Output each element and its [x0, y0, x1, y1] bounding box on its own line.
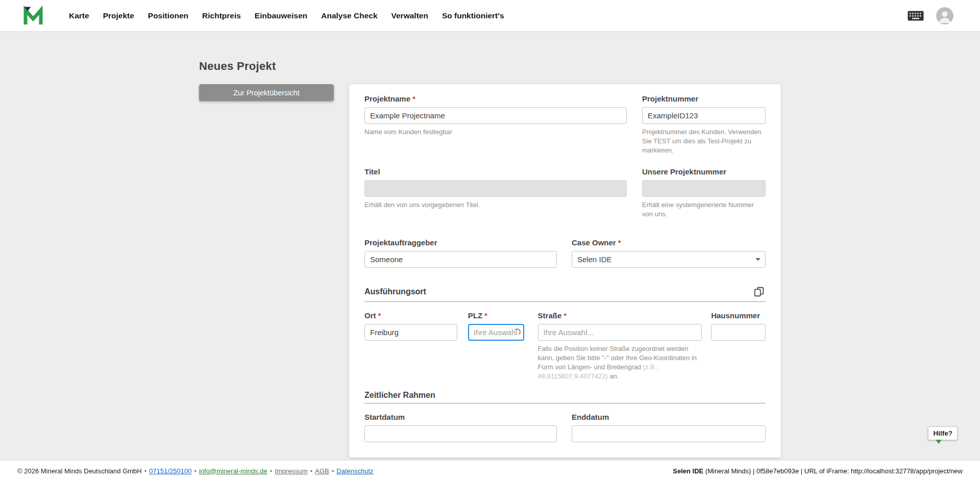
main-nav: Karte Projekte Positionen Richtpreis Ein…	[69, 11, 504, 20]
label-text: Ort	[364, 311, 376, 320]
titel-input	[364, 180, 627, 197]
required-asterisk: *	[412, 94, 415, 103]
projektauftraggeber-label: Projektauftraggeber	[364, 238, 557, 247]
new-project-form-card: Projektname* Name vom Kunden festlegbar …	[349, 84, 781, 458]
plz-label: PLZ*	[468, 311, 524, 320]
footer: © 2026 Mineral Minds Deutschland GmbH • …	[0, 461, 980, 481]
projektauftraggeber-input[interactable]	[364, 251, 557, 268]
enddatum-input[interactable]	[572, 425, 766, 442]
separator-dot: •	[270, 467, 273, 475]
case-owner-label: Case Owner*	[572, 238, 766, 247]
label-text: Enddatum	[572, 413, 609, 421]
main-content: Neues Projekt Zur Projektübersicht Proje…	[0, 31, 980, 461]
projektname-helper: Name vom Kunden festlegbar	[364, 128, 627, 137]
nav-item-karte[interactable]: Karte	[69, 11, 89, 20]
separator-dot: •	[310, 467, 313, 475]
select-value: Selen IDE	[577, 255, 612, 264]
nav-item-verwalten[interactable]: Verwalten	[391, 11, 428, 20]
label-text: Projektauftraggeber	[364, 238, 437, 247]
session-user: Selen IDE	[673, 467, 703, 475]
separator-dot: •	[332, 467, 334, 475]
agb-link[interactable]: AGB	[315, 467, 329, 475]
label-text: Projektname	[364, 94, 410, 103]
nav-right-actions	[908, 7, 953, 24]
mineral-minds-logo-icon[interactable]	[23, 6, 43, 26]
user-avatar-icon[interactable]	[936, 7, 953, 24]
projektname-input[interactable]	[364, 107, 627, 124]
help-label: Hilfe?	[933, 429, 952, 437]
required-asterisk: *	[618, 238, 621, 247]
label-text: Startdatum	[364, 413, 405, 421]
chevron-down-icon	[755, 258, 761, 261]
label-text: Titel	[364, 167, 380, 176]
unsere-projektnummer-helper: Erhält eine systemgenerierte Nummer von …	[642, 200, 766, 219]
footer-links: © 2026 Mineral Minds Deutschland GmbH • …	[17, 467, 374, 475]
nav-item-projekte[interactable]: Projekte	[103, 11, 134, 20]
session-info: Selen IDE (Mineral Minds) | 0f58e7eb093e…	[673, 467, 963, 475]
ort-label: Ort*	[364, 311, 457, 320]
copyright-text: © 2026 Mineral Minds Deutschland GmbH	[17, 467, 142, 475]
label-text: Case Owner	[572, 238, 616, 247]
nav-item-analyse-check[interactable]: Analyse Check	[321, 11, 377, 20]
label-text: Unsere Projektnummer	[642, 167, 726, 176]
page-title: Neues Projekt	[199, 60, 781, 73]
label-text: Hausnummer	[711, 311, 760, 320]
nav-item-richtpreis[interactable]: Richtpreis	[202, 11, 241, 20]
help-bubble-tail-icon	[936, 440, 942, 444]
label-text: Projektnummer	[642, 94, 698, 103]
separator-dot: •	[144, 467, 147, 475]
enddatum-label: Enddatum	[572, 413, 766, 422]
datenschutz-link[interactable]: Datenschutz	[336, 467, 373, 475]
startdatum-label: Startdatum	[364, 413, 557, 422]
projektnummer-helper: Projektnummer des Kunden. Verwenden Sie …	[642, 128, 766, 155]
separator-dot: •	[194, 467, 197, 475]
ort-input[interactable]	[364, 324, 457, 341]
projektnummer-label: Projektnummer	[642, 94, 766, 104]
section-divider	[364, 301, 766, 302]
hausnummer-label: Hausnummer	[711, 311, 766, 320]
label-text: Straße	[538, 311, 562, 320]
required-asterisk: *	[564, 311, 567, 320]
help-button[interactable]: Hilfe?	[928, 426, 958, 440]
section-title-ausfuehrungsort: Ausführungsort	[364, 287, 426, 296]
session-details: (Mineral Minds) | 0f58e7eb093e | URL of …	[703, 467, 963, 475]
nav-item-positionen[interactable]: Positionen	[148, 11, 188, 20]
back-to-project-overview-button[interactable]: Zur Projektübersicht	[199, 84, 334, 101]
startdatum-input[interactable]	[364, 425, 557, 442]
label-text: PLZ	[468, 311, 482, 320]
unsere-projektnummer-input	[642, 180, 766, 197]
top-navigation: Karte Projekte Positionen Richtpreis Ein…	[0, 0, 980, 31]
phone-link[interactable]: 07151/250100	[149, 467, 191, 475]
strasse-helper: Falls die Position keiner Straße zugeord…	[538, 344, 702, 381]
impressum-link[interactable]: Impressum	[275, 467, 307, 475]
titel-label: Titel	[364, 167, 627, 176]
strasse-label: Straße*	[538, 311, 702, 320]
required-asterisk: *	[484, 311, 487, 320]
section-divider	[364, 403, 766, 403]
titel-helper: Erhält den von uns vorgegebenen Titel.	[364, 200, 627, 210]
projektname-label: Projektname*	[364, 94, 627, 104]
loading-spinner-icon	[513, 328, 521, 336]
nav-item-einbauweisen[interactable]: Einbauweisen	[255, 11, 307, 20]
strasse-input[interactable]	[538, 324, 702, 341]
required-asterisk: *	[378, 311, 381, 320]
helper-text-end: an.	[608, 372, 619, 380]
email-link[interactable]: info@mineral-minds.de	[199, 467, 267, 475]
projektnummer-input[interactable]	[642, 107, 766, 124]
keyboard-icon[interactable]	[908, 11, 924, 21]
section-title-zeitlicher-rahmen: Zeitlicher Rahmen	[364, 391, 435, 400]
nav-item-so-funktionierts[interactable]: So funktioniert's	[442, 11, 504, 20]
case-owner-select[interactable]: Selen IDE	[572, 251, 766, 268]
helper-text: Falls die Position keiner Straße zugeord…	[538, 345, 697, 371]
copy-icon[interactable]	[752, 285, 766, 298]
hausnummer-input[interactable]	[711, 324, 766, 341]
unsere-projektnummer-label: Unsere Projektnummer	[642, 167, 766, 176]
